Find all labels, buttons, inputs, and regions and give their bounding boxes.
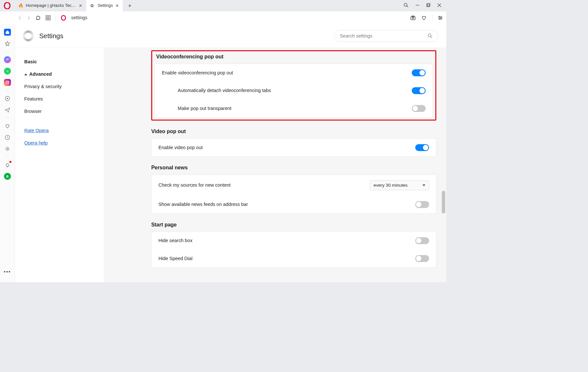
search-input[interactable]: Search settings (334, 30, 438, 42)
maximize-icon[interactable] (426, 3, 430, 8)
tab-settings[interactable]: ⚙ Settings ✕ (86, 0, 123, 11)
row-label: Check my sources for new content (158, 182, 370, 188)
svg-rect-10 (46, 18, 47, 20)
section-title: Videoconferencing pop out (156, 54, 433, 60)
svg-point-12 (61, 15, 66, 20)
card-news: Check my sources for new content every 3… (151, 175, 436, 214)
reload-icon[interactable] (36, 15, 41, 20)
svg-point-0 (4, 2, 10, 9)
player-icon[interactable] (4, 95, 11, 102)
address-text[interactable]: settings (71, 15, 88, 21)
nav-browser[interactable]: Browser (21, 105, 98, 118)
close-tab-icon[interactable]: ✕ (115, 3, 119, 8)
select-interval[interactable]: every 30 minutes (370, 180, 429, 190)
toggle-enable-videoconf[interactable] (412, 69, 426, 76)
nav-privacy[interactable]: Privacy & security (21, 81, 98, 93)
search-placeholder: Search settings (340, 33, 428, 39)
history-icon[interactable] (4, 134, 11, 141)
row-label: Automatically detach videoconferencing t… (178, 88, 412, 93)
home-icon[interactable] (4, 29, 11, 36)
select-value: every 30 minutes (374, 183, 408, 188)
settings-header: Settings Search settings (15, 24, 446, 48)
row-hide-speeddial: Hide Speed Dial (152, 250, 436, 268)
more-icon[interactable]: ••• (4, 269, 11, 275)
minimize-icon[interactable] (416, 3, 419, 8)
toggle-auto-detach[interactable] (412, 87, 426, 94)
row-label: Hide Speed Dial (158, 256, 415, 261)
nav-basic[interactable]: Basic (21, 56, 98, 68)
tab-ghacks[interactable]: 🔥 Homepage | gHacks Techno ✕ (14, 0, 86, 11)
svg-line-2 (407, 6, 408, 7)
main: a ••• Settings Search settings Basic Adv… (0, 24, 446, 282)
nav-rate-opera[interactable]: Rate Opera (21, 125, 98, 137)
chevron-down-icon (422, 184, 425, 186)
page-title: Settings (39, 32, 63, 40)
instagram-icon[interactable] (4, 79, 11, 86)
row-hide-search: Hide search box (152, 232, 436, 250)
send-icon[interactable] (4, 106, 11, 113)
svg-point-14 (412, 17, 414, 19)
gear-icon: ⚙ (90, 3, 95, 8)
settings-panel[interactable]: Videoconferencing pop out Enable videoco… (104, 48, 446, 282)
toggle-hide-speeddial[interactable] (415, 255, 429, 262)
svg-point-21 (439, 19, 440, 20)
content-area: Settings Search settings Basic Advanced … (15, 24, 446, 282)
svg-rect-9 (49, 16, 50, 17)
easy-setup-icon[interactable] (438, 15, 443, 20)
row-label: Hide search box (158, 238, 415, 243)
divider (5, 90, 9, 91)
navbar: settings (0, 11, 446, 24)
toggle-hide-search[interactable] (415, 237, 429, 244)
svg-rect-4 (427, 4, 429, 7)
svg-point-1 (404, 3, 407, 6)
divider (5, 118, 9, 118)
settings-nav: Basic Advanced Privacy & security Featur… (15, 48, 104, 282)
nav-opera-help[interactable]: Opera help (21, 137, 98, 149)
section-title: Video pop out (151, 129, 436, 134)
divider (5, 157, 9, 157)
settings-gear-icon[interactable] (4, 145, 11, 152)
heart-icon[interactable] (421, 15, 427, 21)
tab-label: Settings (98, 3, 113, 8)
svg-rect-11 (49, 18, 50, 20)
bulb-icon[interactable] (4, 162, 11, 168)
row-transparent: Make pop out transparent (155, 100, 433, 117)
close-window-icon[interactable] (437, 3, 441, 8)
search-tabs-icon[interactable] (403, 3, 408, 8)
row-label: Enable video pop out (158, 145, 415, 150)
heart-outline-icon[interactable] (4, 123, 11, 130)
card-startpage: Hide search box Hide Speed Dial (151, 232, 436, 268)
scrollbar-thumb[interactable] (442, 191, 445, 213)
toggle-news-feeds[interactable] (415, 201, 429, 208)
opera-ring-icon (23, 30, 34, 41)
back-icon[interactable] (18, 16, 22, 20)
whatsapp-icon[interactable] (4, 68, 11, 74)
content-body: Basic Advanced Privacy & security Featur… (15, 48, 446, 282)
window-controls (399, 0, 446, 11)
svg-point-28 (7, 148, 8, 149)
toggle-enable-videopop[interactable] (415, 144, 429, 151)
svg-rect-5 (427, 3, 430, 6)
search-icon (428, 33, 433, 38)
snapshot-icon[interactable] (410, 15, 416, 21)
close-tab-icon[interactable]: ✕ (79, 3, 82, 8)
row-check-sources: Check my sources for new content every 3… (152, 175, 436, 196)
svg-marker-26 (7, 98, 8, 100)
speed-dial-icon[interactable] (46, 15, 51, 20)
divider (432, 15, 433, 21)
toggle-transparent[interactable] (412, 105, 426, 112)
tab-label: Homepage | gHacks Techno (26, 3, 76, 8)
messenger-icon[interactable] (4, 56, 11, 63)
nav-advanced[interactable]: Advanced (21, 68, 98, 81)
row-enable-videoconf: Enable videoconferencing pop out (155, 64, 433, 82)
avatar[interactable]: a (4, 173, 11, 180)
section-news: Personal news Check my sources for new c… (151, 165, 436, 214)
forward-icon[interactable] (27, 16, 31, 20)
nav-features[interactable]: Features (21, 93, 98, 105)
row-enable-videopop: Enable video pop out (152, 139, 436, 157)
new-tab-button[interactable]: + (125, 2, 135, 9)
row-auto-detach: Automatically detach videoconferencing t… (155, 82, 433, 100)
star-icon[interactable] (4, 40, 11, 47)
svg-point-20 (441, 17, 442, 18)
titlebar: 🔥 Homepage | gHacks Techno ✕ ⚙ Settings … (0, 0, 446, 11)
